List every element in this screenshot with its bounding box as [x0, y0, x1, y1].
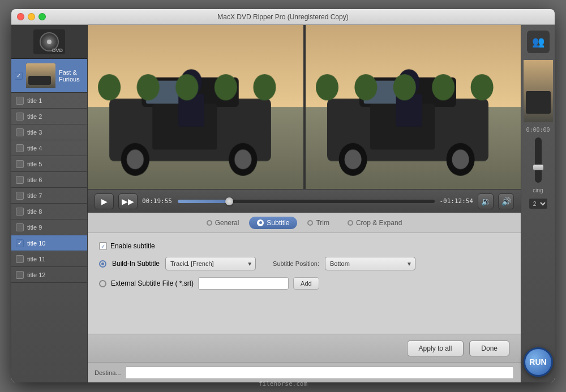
sidebar-item-title3[interactable]: title 3	[11, 124, 87, 140]
tab-subtitle-label: Subtitle	[267, 219, 289, 227]
tab-general[interactable]: General	[199, 217, 247, 229]
sidebar-item-title2[interactable]: title 2	[11, 109, 87, 124]
users-icon[interactable]: 👥	[527, 31, 550, 53]
enable-subtitle-label: Enable subtitle	[110, 242, 155, 250]
tab-trim[interactable]: Trim	[299, 217, 337, 229]
tab-trim-dot	[307, 220, 313, 226]
external-subtitle-label: External Subtitle File ( *.srt)	[111, 279, 194, 287]
builtin-subtitle-row: Build-In Subtitle Track1 [French] Track2…	[99, 257, 509, 270]
fastforward-button[interactable]: ▶▶	[118, 193, 138, 209]
title7-checkbox[interactable]	[16, 192, 24, 200]
destination-label: Destina...	[95, 369, 121, 376]
sidebar-item-title8[interactable]: title 8	[11, 204, 87, 219]
title1-checkbox[interactable]	[16, 97, 24, 105]
sidebar-item-title12[interactable]: title 12	[11, 267, 87, 283]
tab-trim-label: Trim	[316, 219, 329, 227]
thumbnail-item[interactable]: Fast & Furious	[11, 59, 87, 93]
enable-subtitle-checkbox[interactable]	[99, 242, 107, 250]
title10-checkbox[interactable]	[16, 239, 24, 247]
video-panel-right	[303, 25, 521, 189]
title1-label: title 1	[27, 97, 42, 104]
video-area	[88, 25, 521, 189]
right-time: 0:00:00	[526, 127, 550, 133]
volume-down-button[interactable]: 🔉	[478, 193, 494, 209]
destination-input[interactable]	[125, 367, 514, 379]
destination-bar: Destina...	[88, 362, 521, 382]
sidebar-item-title9[interactable]: title 9	[11, 219, 87, 235]
right-slider[interactable]	[535, 137, 542, 183]
watermark: filehorse.com	[259, 380, 307, 387]
sidebar-item-title1[interactable]: title 1	[11, 93, 87, 109]
title11-checkbox[interactable]	[16, 255, 24, 263]
title6-checkbox[interactable]	[16, 176, 24, 184]
position-row: Subtitle Position: Bottom Top Center ▼	[273, 257, 415, 270]
close-button[interactable]	[17, 13, 24, 20]
title5-checkbox[interactable]	[16, 160, 24, 168]
right-panel: 👥 0:00:00 cing 2 1 3 RUN	[521, 25, 555, 382]
position-label: Subtitle Position:	[273, 260, 319, 267]
title10-label: title 10	[27, 240, 45, 247]
spacing-label: cing	[533, 187, 543, 193]
tab-crop-expand[interactable]: Crop & Expand	[340, 217, 410, 229]
position-dropdown-wrap: Bottom Top Center ▼	[325, 257, 415, 270]
dvd-text: DVD	[52, 48, 63, 53]
traffic-lights	[17, 13, 46, 20]
app-window: MacX DVD Ripper Pro (Unregistered Copy) …	[11, 9, 555, 382]
done-button[interactable]: Done	[469, 341, 509, 356]
apply-to-all-button[interactable]: Apply to all	[407, 341, 464, 356]
time-current: 00:19:55	[142, 197, 173, 205]
run-button[interactable]: RUN	[524, 347, 553, 377]
title9-label: title 9	[27, 224, 42, 231]
external-subtitle-radio[interactable]	[99, 280, 106, 287]
title12-label: title 12	[27, 272, 45, 278]
builtin-subtitle-radio[interactable]	[99, 260, 106, 268]
sidebar-item-title7[interactable]: title 7	[11, 188, 87, 204]
maximize-button[interactable]	[38, 13, 46, 20]
app-body: DVD Fast & Furious title 1 title 2	[11, 25, 555, 382]
tabs-bar: General Subtitle Trim Crop & Expand	[88, 213, 521, 233]
volume-up-button[interactable]: 🔊	[498, 193, 514, 209]
right-preview	[524, 60, 553, 122]
track-dropdown[interactable]: Track1 [French] Track2 [English] Track3 …	[165, 257, 256, 270]
title12-checkbox[interactable]	[16, 271, 24, 279]
title3-checkbox[interactable]	[16, 128, 24, 136]
tab-subtitle[interactable]: Subtitle	[249, 217, 297, 229]
subtitle-panel: Enable subtitle Build-In Subtitle Track1…	[88, 233, 521, 334]
enable-subtitle-checkbox-wrap[interactable]: Enable subtitle	[99, 242, 155, 250]
video-panel-left	[88, 25, 303, 189]
run-label: RUN	[529, 357, 546, 367]
titlebar: MacX DVD Ripper Pro (Unregistered Copy)	[11, 9, 555, 25]
progress-thumb[interactable]	[225, 197, 233, 205]
tab-subtitle-radio	[257, 219, 264, 226]
tab-general-label: General	[215, 219, 239, 227]
external-subtitle-input[interactable]	[198, 277, 289, 290]
progress-bar[interactable]	[178, 200, 435, 203]
sidebar-item-title11[interactable]: title 11	[11, 251, 87, 267]
right-slider-thumb[interactable]	[533, 165, 543, 170]
thumb-checkbox[interactable]	[15, 72, 23, 80]
main-content: ▶ ▶▶ 00:19:55 -01:12:54 🔉 🔊 General	[88, 25, 521, 382]
title9-checkbox[interactable]	[16, 223, 24, 231]
minimize-button[interactable]	[28, 13, 35, 20]
sidebar-item-title10[interactable]: title 10	[11, 235, 87, 251]
title2-checkbox[interactable]	[16, 113, 24, 120]
spacing-select[interactable]: 2 1 3	[529, 198, 548, 209]
thumbnail-label: Fast & Furious	[59, 69, 84, 83]
sidebar-item-title6[interactable]: title 6	[11, 172, 87, 188]
tab-crop-label: Crop & Expand	[356, 219, 402, 227]
title8-checkbox[interactable]	[16, 208, 24, 216]
sidebar-item-title4[interactable]: title 4	[11, 140, 87, 156]
builtin-subtitle-label: Build-In Subtitle	[112, 260, 160, 268]
position-dropdown[interactable]: Bottom Top Center	[325, 257, 415, 270]
title3-label: title 3	[27, 129, 42, 136]
title2-label: title 2	[27, 113, 42, 120]
add-button[interactable]: Add	[293, 277, 319, 290]
dvd-logo: DVD	[33, 29, 65, 54]
play-button[interactable]: ▶	[95, 193, 114, 209]
sidebar-item-title5[interactable]: title 5	[11, 156, 87, 172]
title7-label: title 7	[27, 192, 42, 199]
tab-crop-dot	[348, 220, 353, 226]
title6-label: title 6	[27, 176, 42, 183]
window-title: MacX DVD Ripper Pro (Unregistered Copy)	[217, 13, 348, 21]
title4-checkbox[interactable]	[16, 144, 24, 152]
